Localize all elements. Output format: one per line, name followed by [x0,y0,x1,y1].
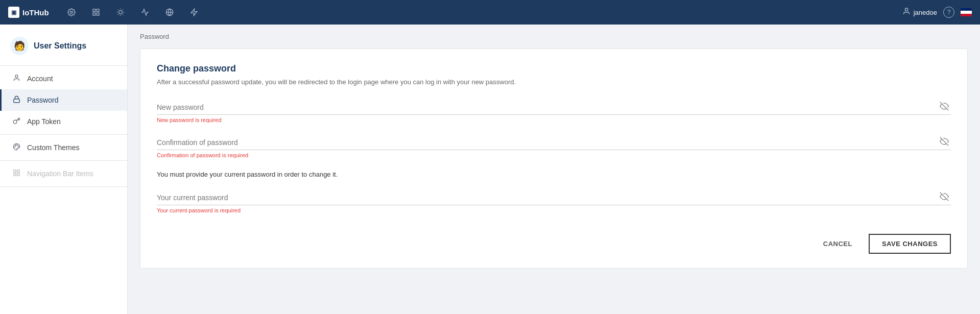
svg-rect-2 [97,9,99,12]
current-password-field: Your current password is required [157,190,951,213]
palette-icon [12,143,21,152]
svg-rect-19 [13,99,19,103]
svg-line-12 [117,14,118,15]
confirm-password-input-wrapper [157,135,951,150]
sidebar-item-account[interactable]: Account [0,68,127,89]
cancel-button[interactable]: CANCEL [813,234,863,254]
svg-line-9 [123,14,123,15]
svg-point-23 [14,147,15,147]
current-password-error: Your current password is required [157,207,951,213]
svg-rect-26 [17,174,19,176]
svg-rect-27 [13,174,15,176]
sidebar-item-label: Account [27,75,53,83]
current-password-input-wrapper [157,190,951,205]
language-flag[interactable] [961,8,972,16]
main-content: Password Change password After a success… [128,25,980,314]
sidebar: 🧑 User Settings Account Password App Tok… [0,25,128,314]
sidebar-item-app-token[interactable]: App Token [0,111,127,132]
sidebar-item-label: App Token [27,117,61,126]
toggle-current-password-icon[interactable] [940,192,949,203]
svg-point-17 [905,8,907,11]
sidebar-divider [0,160,127,161]
sidebar-item-nav-bar-items[interactable]: Navigation Bar Items [0,163,127,184]
dashboard-nav-icon[interactable] [89,5,103,19]
toggle-new-password-icon[interactable] [940,102,949,113]
username-label: janedoe [914,9,937,16]
sidebar-divider [0,186,127,187]
gear-nav-icon[interactable] [64,5,79,19]
svg-point-18 [15,75,18,78]
sidebar-title: User Settings [34,41,86,51]
sidebar-item-custom-themes[interactable]: Custom Themes [0,137,127,158]
card-description: After a successful password update, you … [157,78,951,86]
svg-point-20 [16,144,17,145]
help-icon[interactable]: ? [943,7,954,18]
svg-marker-16 [191,9,197,15]
svg-point-0 [70,11,73,13]
password-notice: You must provide your current password i… [157,171,951,178]
save-button[interactable]: SAVE CHANGES [869,234,951,254]
person-icon [12,74,21,83]
svg-rect-25 [17,170,19,172]
avatar: 🧑 [10,37,29,55]
logo-text: IoTHub [22,8,49,17]
layout: 🧑 User Settings Account Password App Tok… [0,25,980,314]
lock-icon [12,95,21,105]
sidebar-item-label: Navigation Bar Items [27,170,93,178]
sidebar-item-label: Custom Themes [27,143,79,152]
svg-point-22 [15,145,15,146]
key-icon [12,117,21,126]
svg-line-8 [117,10,118,10]
svg-rect-1 [93,9,95,12]
toggle-confirm-password-icon[interactable] [940,137,949,148]
password-card: Change password After a successful passw… [140,49,968,269]
svg-rect-4 [93,13,95,15]
form-footer: CANCEL SAVE CHANGES [157,226,951,254]
topnav: ▣ IoTHub janedoe ? [0,0,980,25]
user-menu[interactable]: janedoe [902,7,937,17]
confirm-password-input[interactable] [157,135,951,150]
logo[interactable]: ▣ IoTHub [8,7,49,18]
confirm-password-error: Confirmation of password is required [157,152,951,158]
new-password-input[interactable] [157,100,951,114]
globe-nav-icon[interactable] [162,5,177,19]
light-nav-icon[interactable] [113,5,128,19]
sidebar-user: 🧑 User Settings [0,33,127,63]
new-password-error: New password is required [157,117,951,123]
sidebar-divider [0,134,127,135]
sidebar-item-label: Password [27,96,58,104]
svg-line-13 [123,10,123,10]
sidebar-item-password[interactable]: Password [0,89,127,111]
new-password-field: New password is required [157,100,951,123]
grid-icon [12,169,21,178]
new-password-input-wrapper [157,100,951,115]
svg-rect-3 [97,13,99,15]
chart-nav-icon[interactable] [138,5,152,19]
user-avatar-icon [902,7,911,17]
logo-icon: ▣ [8,7,19,18]
svg-rect-24 [13,170,15,172]
current-password-input[interactable] [157,190,951,205]
sidebar-divider [0,65,127,66]
confirm-password-field: Confirmation of password is required [157,135,951,158]
topnav-right: janedoe ? [902,7,972,18]
svg-point-21 [18,146,18,147]
breadcrumb: Password [140,33,968,40]
svg-point-5 [118,11,122,14]
card-title: Change password [157,63,951,74]
lightning-nav-icon[interactable] [187,5,201,19]
